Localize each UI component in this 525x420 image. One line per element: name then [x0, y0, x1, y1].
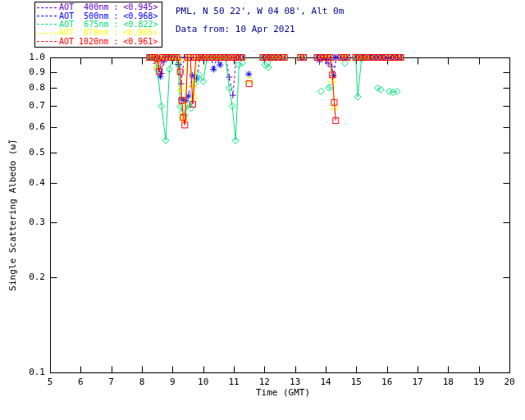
x-tick-label: 12 [259, 377, 270, 387]
x-tick-label: 9 [170, 377, 176, 387]
x-tick-label: 5 [48, 377, 53, 387]
y-axis-title: Single Scattering Albedo (ω̃) [7, 139, 18, 290]
legend-item: AOT 400nm : <0.945> [37, 3, 160, 11]
y-tick-label: 0.8 [21, 82, 45, 93]
x-tick-label: 14 [320, 377, 331, 387]
x-axis-title: Time (GMT) [256, 387, 310, 398]
y-tick-label: 0.2 [21, 272, 45, 282]
legend-item-label: AOT 1020nm : <0.961> [59, 38, 158, 46]
y-tick-label: 0.5 [21, 147, 45, 158]
y-tick-label: 1.0 [21, 52, 45, 62]
legend-line-sample [37, 7, 57, 8]
x-tick-label: 19 [473, 377, 484, 387]
y-tick-label: 0.1 [21, 367, 45, 377]
x-tick-label: 7 [108, 377, 114, 387]
legend-line-sample [37, 16, 57, 16]
legend-box: AOT 400nm : <0.945>AOT 500nm : <0.968>AO… [34, 2, 162, 48]
legend-item-label: AOT 400nm : <0.945> [59, 3, 158, 11]
x-tick-label: 6 [78, 377, 84, 387]
legend-item: AOT 870nm : <0.965> [37, 29, 160, 37]
x-tick-label: 10 [198, 377, 208, 387]
x-tick-label: 13 [290, 377, 300, 387]
data-date: Data from: 10 Apr 2021 [176, 24, 295, 34]
x-tick-label: 17 [412, 377, 422, 387]
legend-item: AOT 1020nm : <0.961> [37, 38, 160, 46]
x-tick-label: 15 [351, 377, 362, 387]
x-tick-label: 8 [139, 377, 145, 387]
y-tick-label: 0.3 [21, 217, 45, 227]
legend-item-label: AOT 870nm : <0.965> [59, 29, 158, 37]
x-tick-label: 16 [381, 377, 392, 387]
legend-line-sample [37, 41, 57, 42]
x-tick-label: 18 [443, 377, 454, 387]
legend-line-sample [37, 24, 57, 25]
x-tick-label: 11 [228, 377, 239, 387]
ssa-plot-page: AOT 400nm : <0.945>AOT 500nm : <0.968>AO… [0, 0, 525, 420]
legend-line-sample [37, 33, 57, 34]
y-tick-label: 0.6 [21, 121, 45, 132]
ssa-chart-canvas [0, 0, 525, 420]
y-tick-label: 0.7 [21, 100, 45, 111]
y-tick-label: 0.9 [21, 66, 45, 77]
x-tick-label: 20 [504, 377, 514, 387]
site-title: PML, N 50 22', W 04 08', Alt 0m [176, 6, 344, 16]
y-tick-label: 0.4 [21, 177, 45, 188]
